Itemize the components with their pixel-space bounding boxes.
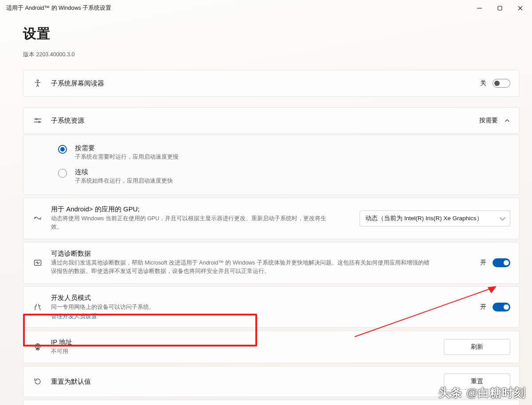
setting-title: 用于 Android> 的应用的 GPU; (51, 205, 360, 214)
svg-rect-1 (498, 6, 502, 10)
toggle-state: 开 (480, 303, 486, 311)
select-value: 动态（当前为 Intel(R) Iris(R) Xe Graphics） (365, 215, 483, 222)
setting-gpu: 用于 Android> 的应用的 GPU; 动态将使用 Windows 当前正在… (23, 198, 520, 239)
page-header: 设置 版本 2203.40000.3.0 (0, 16, 532, 62)
setting-title: 可选诊断数据 (51, 249, 480, 258)
window-title: 适用于 Android™ 的 Windows 子系统设置 (6, 4, 111, 12)
svg-point-4 (37, 80, 39, 82)
maximize-button[interactable] (489, 0, 510, 16)
accessibility-icon (33, 79, 42, 88)
reset-icon (33, 377, 42, 386)
title-bar: 适用于 Android™ 的 Windows 子系统设置 (0, 0, 532, 16)
option-title: 按需要 (75, 144, 179, 152)
option-title: 连续 (75, 168, 173, 176)
watermark: 头条 @白糖时刻 (438, 385, 526, 401)
setting-title: IP 地址 (51, 338, 444, 347)
svg-rect-11 (36, 349, 39, 350)
developer-mode-toggle[interactable] (493, 303, 510, 312)
setting-title: 子系统屏幕阅读器 (51, 79, 480, 88)
diagnostics-toggle[interactable] (493, 258, 510, 267)
setting-sub: 不可用 (51, 347, 432, 356)
tools-icon (33, 303, 42, 312)
manage-dev-settings-link[interactable]: 管理开发人员设置 (51, 312, 480, 320)
setting-developer-mode: 开发人员模式 同一专用网络上的设备可以访问子系统。 管理开发人员设置 开 (23, 286, 520, 328)
setting-shutdown: 关闭适用于 Android™ 的 Windows 子系统 所有应用都将关闭，子系… (23, 400, 520, 405)
network-icon (33, 343, 42, 351)
toggle-state: 开 (480, 259, 486, 267)
option-sub: 子系统在需要时运行，应用启动速度更慢 (75, 153, 179, 161)
chevron-up-icon (504, 117, 510, 124)
resources-option-continuous[interactable]: 连续 子系统始终在运行，应用启动速度更快 (33, 164, 510, 187)
gpu-select[interactable]: 动态（当前为 Intel(R) Iris(R) Xe Graphics） (360, 210, 510, 226)
resources-state: 按需要 (479, 117, 498, 125)
resources-option-on-demand[interactable]: 按需要 子系统在需要时运行，应用启动速度更慢 (33, 140, 510, 164)
resources-options: 按需要 子系统在需要时运行，应用启动速度更慢 连续 子系统始终在运行，应用启动速… (23, 135, 520, 195)
setting-diagnostics: 可选诊断数据 通过向我们发送其他诊断数据，帮助 Microsoft 改进适用于 … (23, 242, 520, 284)
setting-title: 子系统资源 (51, 117, 479, 125)
radio-icon (58, 169, 67, 178)
toggle-state: 关 (480, 79, 486, 87)
setting-title: 重置为默认值 (51, 378, 444, 386)
minimize-button[interactable] (469, 0, 489, 16)
screen-reader-toggle[interactable] (493, 79, 510, 88)
setting-title: 开发人员模式 (51, 294, 480, 302)
page-title: 设置 (23, 25, 532, 43)
refresh-button[interactable]: 刷新 (444, 339, 510, 355)
radio-icon (58, 145, 67, 154)
setting-screen-reader: 子系统屏幕阅读器 关 (23, 70, 520, 97)
option-sub: 子系统始终在运行，应用启动速度更快 (75, 177, 173, 185)
setting-ip-address: IP 地址 不可用 刷新 (23, 331, 520, 363)
version-label: 版本 2203.40000.3.0 (23, 51, 532, 58)
setting-resources[interactable]: 子系统资源 按需要 (23, 107, 520, 134)
setting-sub: 通过向我们发送其他诊断数据，帮助 Microsoft 改进适用于 Android… (51, 259, 432, 276)
close-button[interactable] (510, 0, 530, 16)
heartbeat-icon (33, 258, 42, 267)
svg-point-6 (36, 118, 37, 120)
setting-sub: 同一专用网络上的设备可以访问子系统。 (51, 303, 432, 312)
sliders-icon (33, 116, 42, 125)
svg-point-8 (39, 121, 40, 123)
setting-sub: 动态将使用 Windows 当前正在使用的 GPU，并且可以根据主显示器进行更改… (51, 214, 335, 232)
gpu-icon (33, 214, 42, 223)
